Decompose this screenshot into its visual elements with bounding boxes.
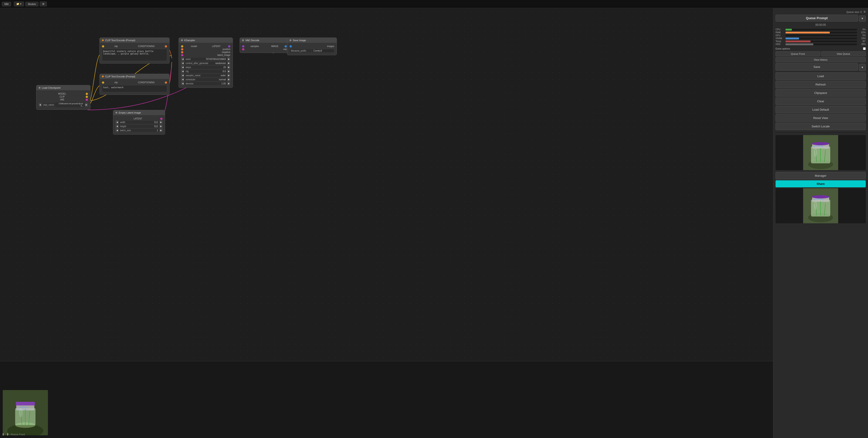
port-row-vae: VAE [39, 98, 88, 101]
sampler-arrow-left[interactable]: ◀ [181, 74, 184, 77]
steps-arrow-left[interactable]: ◀ [181, 65, 184, 69]
ckpt-arrow-right[interactable]: ▶ [85, 103, 88, 107]
port-dot-vae [86, 99, 88, 101]
param-seed: ◀ seed 7074370014219663 ▶ [181, 57, 230, 61]
width-arrow-left[interactable]: ◀ [116, 120, 119, 124]
port-dot-clip-neg-in [102, 82, 104, 84]
stats-section: CPU 9% RAM 62% GPU 0% VRAM 19% Temp 35° … [776, 28, 866, 46]
stat-gpu: GPU 0% [776, 34, 866, 37]
view-queue-button[interactable]: View Queue [821, 51, 866, 56]
node-dot [102, 76, 104, 77]
node-clip-positive: CLIP Text Encode (Prompt) clip CONDITION… [99, 37, 169, 64]
node-body-save-image: images filename_prefix [287, 43, 337, 55]
clip-positive-text[interactable] [102, 49, 167, 61]
batch-arrow-left[interactable]: ◀ [116, 128, 119, 132]
topbar: Idle 📁 ▾ Models ⊞ [0, 0, 868, 8]
share-button[interactable]: Share [776, 180, 866, 187]
save-dropdown[interactable]: ▼ [859, 64, 866, 71]
port-row-clip-in: clip CONDITIONING [102, 45, 167, 48]
refresh-button[interactable]: Refresh [776, 81, 866, 88]
height-arrow-left[interactable]: ◀ [116, 124, 119, 128]
stat-cpu: CPU 9% [776, 28, 866, 31]
switch-locale-button[interactable]: Switch Locale [776, 123, 866, 130]
node-dot [102, 39, 104, 41]
node-header-ksampler: KSampler [179, 38, 232, 43]
param-width: ◀ width 512 ▶ [116, 120, 162, 124]
sidebar: Queue size: 0 ⚙ Queue Prompt ▼ 00:00:05 … [773, 8, 868, 438]
node-clip-negative: CLIP Text Encode (Prompt) clip CONDITION… [99, 74, 169, 95]
denoise-arrow-left[interactable]: ◀ [181, 82, 184, 85]
port-row-clip-neg-in: clip CONDITIONING [102, 81, 167, 84]
load-default-button[interactable]: Load Default [776, 106, 866, 113]
manager-button[interactable]: Manager [776, 172, 866, 179]
feed-up-icon[interactable]: ⬆ [6, 433, 9, 436]
reset-view-button[interactable]: Reset View [776, 114, 866, 122]
width-arrow-right[interactable]: ▶ [159, 120, 162, 124]
queue-header: Queue size: 0 ⚙ [776, 10, 866, 13]
clipspace-button[interactable]: Clipspace [776, 89, 866, 97]
resize-feed-label: Resize Feed [11, 433, 25, 436]
queue-prompt-button[interactable]: Queue Prompt [776, 15, 858, 22]
port-dot-image-out [285, 45, 287, 48]
node-dot [181, 39, 183, 41]
svg-rect-6 [16, 402, 35, 405]
port-dot-vae-in [242, 48, 244, 51]
folder-button[interactable]: 📁 ▾ [14, 2, 24, 6]
scheduler-arrow-left[interactable]: ◀ [181, 78, 184, 81]
port-row-samples: samples IMAGE [242, 45, 287, 48]
port-dot-cond-out [165, 45, 167, 48]
ram-bar [785, 32, 830, 33]
vram-bar [785, 37, 799, 39]
batch-arrow-right[interactable]: ▶ [159, 128, 162, 132]
canvas[interactable]: Load Checkpoint MODEL CLIP VAE ◀ ckpt_na… [0, 8, 775, 438]
port-row-latent-in: latent_image [181, 54, 230, 56]
node-body-ksampler: model LATENT positive negative latent_im… [179, 43, 232, 88]
node-body-vae-decode: samples IMAGE vae [240, 43, 289, 53]
seed-arrow-right[interactable]: ▶ [227, 57, 230, 61]
node-load-checkpoint: Load Checkpoint MODEL CLIP VAE ◀ ckpt_na… [36, 85, 90, 110]
port-dot-clip [86, 96, 88, 98]
view-history-button[interactable]: View History [776, 57, 866, 62]
port-dot-images-in [289, 45, 292, 48]
queue-controls: Queue Front View Queue [776, 51, 866, 56]
seed-arrow-left[interactable]: ◀ [181, 57, 184, 61]
grid-button[interactable]: ⊞ [40, 2, 47, 6]
settings-icon[interactable]: ⚙ [864, 10, 866, 13]
feed-down-icon[interactable]: ⬇ [2, 433, 4, 436]
sampler-arrow-right[interactable]: ▶ [227, 74, 230, 77]
node-body-empty-latent: LATENT ◀ width 512 ▶ ◀ height 512 ▶ ◀ ba… [113, 115, 165, 135]
port-dot-cond-neg-out [165, 82, 167, 84]
models-button[interactable]: Models [25, 2, 38, 6]
queue-dropdown-button[interactable]: ▼ [859, 16, 866, 22]
scheduler-arrow-right[interactable]: ▶ [227, 78, 230, 81]
clear-button[interactable]: Clear [776, 97, 866, 105]
control-arrow-right[interactable]: ▶ [227, 61, 230, 65]
port-row-clip: CLIP [39, 95, 88, 98]
param-filename: filename_prefix [289, 49, 334, 53]
status-badge: Idle [2, 2, 11, 6]
param-control: ◀ control_after_generate randomize ▶ [181, 61, 230, 65]
load-button[interactable]: Load [776, 72, 866, 80]
cfg-arrow-right[interactable]: ▶ [227, 69, 230, 73]
node-header-empty-latent: Empty Latent Image [113, 110, 165, 115]
save-button[interactable]: Save [776, 63, 858, 70]
param-sampler: ◀ sampler_name euler ▶ [181, 74, 230, 77]
ckpt-arrow-left[interactable]: ◀ [39, 103, 42, 107]
svg-point-15 [812, 142, 829, 145]
node-header-clip-positive: CLIP Text Encode (Prompt) [100, 38, 169, 43]
extra-options-checkbox[interactable] [863, 47, 866, 50]
port-row-latent-out: LATENT [116, 117, 162, 120]
port-dot-neg-in [181, 51, 183, 53]
steps-arrow-right[interactable]: ▶ [227, 65, 230, 69]
save-filename-input[interactable] [312, 49, 334, 53]
cfg-arrow-left[interactable]: ◀ [181, 69, 184, 73]
denoise-arrow-right[interactable]: ▶ [227, 82, 230, 85]
svg-point-19 [814, 149, 817, 157]
control-arrow-left[interactable]: ◀ [181, 61, 184, 65]
height-arrow-right[interactable]: ▶ [159, 124, 162, 128]
clip-negative-text[interactable] [102, 85, 167, 92]
preview2-svg [776, 188, 866, 223]
extra-options-row: Extra options [776, 47, 866, 50]
temp-bar [785, 40, 811, 42]
queue-front-button[interactable]: Queue Front [776, 51, 820, 56]
